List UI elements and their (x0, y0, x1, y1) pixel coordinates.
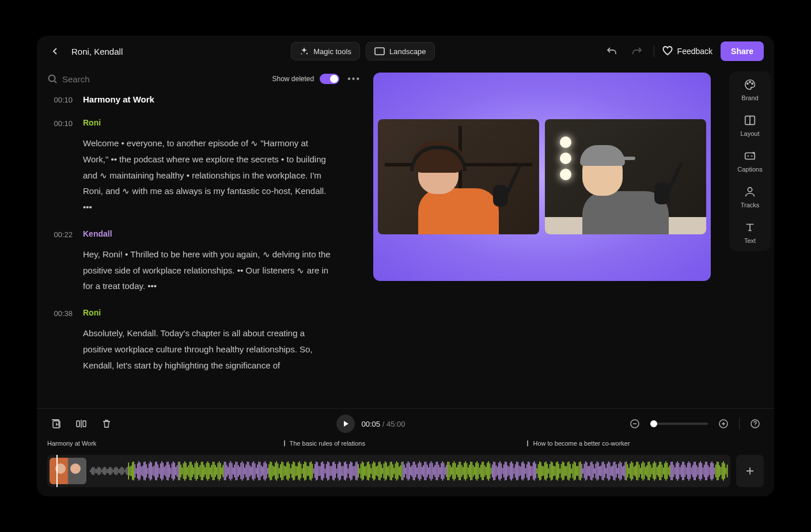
search-field[interactable] (47, 74, 266, 84)
redo-button[interactable] (628, 43, 646, 60)
sidebar-item-captions[interactable]: Captions (737, 150, 762, 173)
add-track-button[interactable] (736, 455, 764, 487)
svg-rect-161 (272, 466, 274, 477)
svg-rect-185 (303, 464, 304, 478)
svg-rect-207 (331, 466, 332, 476)
svg-rect-449 (640, 468, 641, 474)
sidebar-item-text[interactable]: Text (744, 221, 756, 244)
transcript-text[interactable]: Hey, Roni! • Thrilled to be here with yo… (83, 246, 331, 294)
svg-rect-166 (279, 468, 280, 474)
playback-time: 00:05 / 45:00 (362, 420, 406, 428)
svg-rect-70 (156, 462, 157, 481)
zoom-out-button[interactable] (626, 415, 643, 432)
transcript-block[interactable]: 00:10RoniWelcome • everyone, to another … (47, 118, 363, 215)
svg-rect-391 (566, 466, 567, 476)
chapter-marker[interactable]: The basic rules of relations (284, 440, 365, 447)
zoom-slider[interactable] (650, 423, 708, 425)
svg-rect-54 (136, 468, 137, 474)
svg-rect-34 (110, 467, 111, 475)
magic-tools-button[interactable]: Magic tools (291, 42, 360, 60)
svg-rect-442 (631, 461, 632, 481)
landscape-button[interactable]: Landscape (366, 42, 435, 60)
svg-rect-421 (604, 464, 605, 478)
chapter-marker[interactable]: How to become a better co-worker (527, 440, 630, 447)
more-menu[interactable]: ••• (345, 74, 363, 84)
transcript-text[interactable]: Absolutely, Kendall. Today's chapter is … (83, 325, 331, 373)
search-input[interactable] (62, 74, 172, 84)
undo-button[interactable] (603, 43, 620, 60)
sidebar-item-brand[interactable]: Brand (741, 78, 758, 101)
main-area: Show deleted ••• 00:10Harmony at Work00:… (37, 67, 774, 408)
show-deleted-toggle[interactable] (320, 74, 339, 84)
svg-rect-440 (628, 468, 630, 474)
share-button[interactable]: Share (721, 41, 764, 61)
svg-rect-53 (135, 464, 136, 477)
svg-rect-502 (708, 465, 709, 477)
delete-button[interactable] (98, 415, 115, 432)
svg-rect-445 (635, 465, 636, 476)
play-button[interactable] (336, 415, 355, 433)
svg-rect-190 (309, 462, 310, 480)
sidebar-item-layout[interactable]: Layout (740, 114, 759, 137)
svg-rect-265 (405, 468, 406, 474)
svg-rect-464 (659, 462, 660, 480)
transcript-content: KendallHey, Roni! • Thrilled to be here … (83, 229, 363, 294)
svg-rect-255 (392, 465, 393, 478)
back-button[interactable] (47, 43, 63, 59)
help-icon (750, 419, 760, 429)
svg-rect-264 (404, 465, 405, 477)
transcript-block[interactable]: 00:38RoniAbsolutely, Kendall. Today's ch… (47, 308, 363, 373)
zoom-in-button[interactable] (715, 415, 732, 432)
transcript-block[interactable]: 00:10Harmony at Work (47, 94, 363, 104)
transcript-text[interactable]: Welcome • everyone, to another episode o… (83, 135, 331, 215)
share-label: Share (731, 47, 753, 56)
svg-rect-311 (464, 463, 465, 479)
track-clip[interactable] (47, 455, 730, 487)
svg-rect-354 (519, 466, 520, 477)
svg-rect-360 (526, 464, 528, 477)
svg-rect-273 (415, 465, 416, 477)
transcript-block[interactable]: 00:22KendallHey, Roni! • Thrilled to be … (47, 229, 363, 294)
svg-rect-390 (564, 466, 566, 476)
svg-rect-477 (676, 463, 677, 478)
transcript-content: RoniWelcome • everyone, to another episo… (83, 118, 363, 215)
timeline-right-tools (626, 415, 764, 432)
svg-rect-290 (437, 462, 438, 480)
svg-point-6 (752, 83, 753, 84)
svg-rect-24 (97, 467, 98, 474)
landscape-label: Landscape (389, 47, 426, 56)
svg-rect-124 (225, 462, 226, 480)
split-button[interactable] (73, 415, 90, 432)
chapter-marker[interactable]: Harmony at Work (47, 440, 96, 447)
svg-rect-121 (221, 468, 222, 474)
svg-rect-138 (243, 463, 244, 479)
help-button[interactable] (746, 415, 764, 432)
svg-rect-110 (207, 461, 209, 481)
svg-rect-194 (314, 464, 316, 478)
svg-rect-357 (522, 461, 524, 480)
svg-rect-446 (636, 462, 637, 480)
svg-rect-317 (472, 462, 473, 480)
svg-rect-505 (711, 461, 713, 481)
sidebar-item-tracks[interactable]: Tracks (741, 185, 760, 208)
svg-rect-67 (153, 467, 154, 476)
svg-rect-491 (693, 462, 695, 480)
svg-rect-143 (249, 465, 251, 477)
playhead[interactable] (56, 455, 58, 487)
svg-rect-267 (408, 461, 409, 481)
svg-rect-147 (255, 463, 256, 479)
svg-rect-376 (547, 463, 548, 478)
transcript-list[interactable]: 00:10Harmony at Work00:10RoniWelcome • e… (47, 94, 363, 408)
svg-rect-387 (561, 464, 562, 478)
svg-rect-214 (340, 462, 341, 480)
clip-tool-button[interactable] (47, 415, 65, 432)
trash-icon (101, 419, 112, 429)
svg-rect-507 (714, 468, 715, 474)
svg-rect-398 (575, 462, 576, 480)
feedback-button[interactable]: Feedback (662, 46, 713, 56)
video-preview[interactable] (373, 73, 711, 281)
svg-rect-55 (137, 463, 138, 478)
svg-rect-256 (393, 468, 395, 474)
svg-rect-333 (492, 465, 493, 477)
redo-icon (632, 46, 642, 56)
